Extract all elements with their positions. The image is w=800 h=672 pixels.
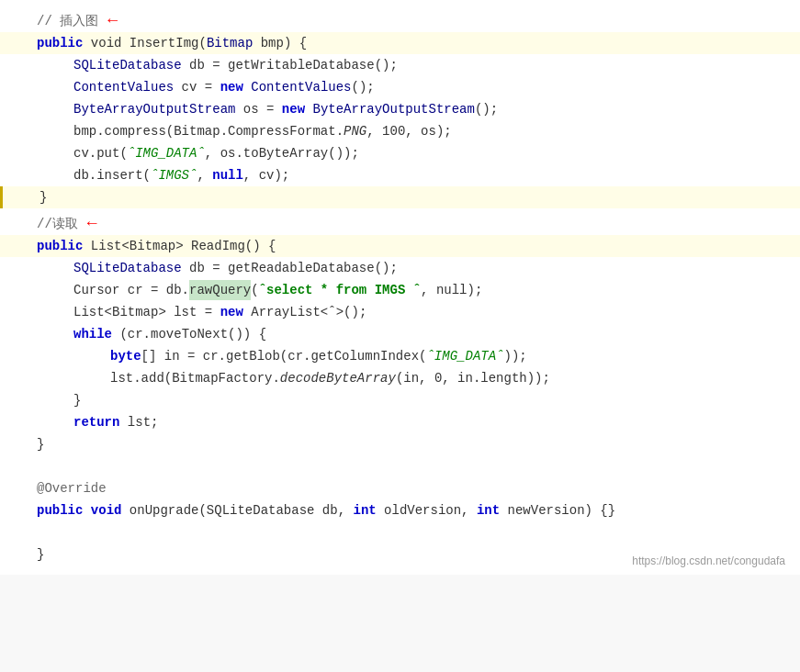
type-bitmap: Bitmap [207, 33, 253, 53]
kw-new1: new [220, 77, 243, 97]
plain40: newVersion) {} [500, 500, 615, 521]
kw-int2: int [477, 500, 500, 521]
close-brace-insert: } [0, 186, 800, 208]
plain25: ( [251, 280, 258, 300]
plain12: bmp.compress(Bitmap.CompressFormat. [73, 121, 344, 141]
plain27: List<Bitmap> lst = [73, 302, 220, 322]
plain2: ( [198, 33, 206, 53]
plain9: os = [235, 99, 281, 119]
rawquery-line: Cursor cr = db. rawQuery ( ˆselect * fro… [0, 279, 800, 301]
plain4: db = [182, 55, 228, 75]
dbinsert-line: db.insert( ˆIMGSˆ , null , cv); [0, 164, 800, 186]
baos-line: ByteArrayOutputStream os = new ByteArray… [0, 98, 800, 120]
plain41: } [37, 544, 44, 565]
method-rawquery: rawQuery [189, 280, 251, 300]
plain13: , 100, os); [366, 121, 451, 141]
method-getwritable: getWritableDatabase [228, 55, 375, 75]
type-sqlitedb2: SQLiteDatabase [73, 258, 182, 278]
kw-return: return [73, 412, 119, 432]
kw-public3: public [37, 500, 83, 521]
method-getreadable: getReadableDatabase [228, 258, 375, 278]
method-insert-sig-line: public void InsertImg ( Bitmap bmp) { [0, 32, 800, 54]
kw-byte: byte [110, 346, 141, 366]
plain37 [83, 500, 90, 521]
plain14: cv.put( [73, 143, 128, 163]
kw-public1: public [37, 33, 83, 53]
close-read-line: } [0, 433, 800, 455]
plain20: List<Bitmap> [83, 236, 191, 256]
plain1: void [83, 33, 129, 53]
plain7 [243, 77, 251, 97]
plain38: onUpgrade(SQLiteDatabase db, [121, 500, 353, 521]
kw-null1: null [212, 165, 243, 185]
comment-insert-line: // 插入图 ← [0, 9, 800, 32]
plain28: ArrayList<ˆ>(); [243, 302, 366, 322]
sqlite-readable-line: SQLiteDatabase db = getReadableDatabase … [0, 257, 800, 279]
onupgrade-line: public void onUpgrade(SQLiteDatabase db,… [0, 499, 800, 521]
return-line: return lst; [0, 411, 800, 433]
plain36: } [37, 434, 44, 454]
plain6: cv = [174, 77, 220, 97]
type-cv: ContentValues [73, 77, 174, 97]
string-imgdata: ˆIMG_DATAˆ [128, 143, 205, 163]
kw-new2: new [282, 99, 305, 119]
string-select: ˆselect * from IMGS ˆ [259, 280, 421, 300]
kw-public2: public [37, 236, 83, 256]
override-line: @Override [0, 477, 800, 499]
plain19: } [39, 187, 47, 207]
kw-new3: new [220, 302, 243, 322]
plain24: Cursor cr = db. [73, 280, 189, 300]
arrow-insert-icon: ← [107, 10, 118, 30]
lst-add-line: lst.add(BitmapFactory. decodeByteArray (… [0, 367, 800, 389]
kw-while: while [73, 324, 112, 344]
plain30: [] in = cr.getBlob(cr.getColumnIndex( [141, 346, 427, 366]
plain29: (cr.moveToNext()) { [112, 324, 266, 344]
plain22: db = [182, 258, 228, 278]
plain3: bmp) { [253, 33, 307, 53]
plain21: () { [245, 236, 276, 256]
close-while-line: } [0, 389, 800, 411]
watermark: https://blog.csdn.net/congudafa [632, 554, 785, 567]
plain17: , [197, 165, 212, 185]
comment-read-text: //读取 [37, 214, 78, 234]
method-insertimg: InsertImg [130, 33, 199, 53]
annotation-override: @Override [37, 478, 107, 498]
plain39: oldVersion, [377, 500, 477, 521]
byte-array-line: byte [] in = cr.getBlob(cr.getColumnInde… [0, 345, 800, 367]
plain18: , cv); [243, 165, 289, 185]
plain15: , os.toByteArray()); [205, 143, 359, 163]
plain32: lst.add(BitmapFactory. [110, 368, 280, 388]
empty-line1 [0, 455, 800, 477]
cvput-line: cv.put( ˆIMG_DATAˆ , os.toByteArray()); [0, 142, 800, 164]
empty-line2 [0, 521, 800, 543]
method-readimg: ReadImg [191, 236, 245, 256]
plain35: lst; [119, 412, 158, 432]
type-baos2: ByteArrayOutputStream [312, 99, 474, 119]
plain26: , null); [421, 280, 482, 300]
plain23: (); [375, 258, 398, 278]
while-line: while (cr.moveToNext()) { [0, 323, 800, 345]
plain31: )); [503, 346, 526, 366]
plain33: (in, 0, in.length)); [396, 368, 550, 388]
type-sqlitedb1: SQLiteDatabase [73, 55, 182, 75]
arrow-read-icon: ← [87, 213, 97, 233]
plain34: } [73, 390, 81, 410]
type-baos: ByteArrayOutputStream [73, 99, 235, 119]
plain11: (); [475, 99, 498, 119]
kw-int1: int [353, 500, 376, 521]
comment-insert-text: // 插入图 [37, 11, 98, 31]
plain5: (); [375, 55, 398, 75]
compress-line: bmp.compress(Bitmap.CompressFormat. PNG … [0, 120, 800, 142]
content-values-line: ContentValues cv = new ContentValues (); [0, 76, 800, 98]
plain10 [305, 99, 312, 119]
type-cv2: ContentValues [251, 77, 351, 97]
comment-read-line: //读取 ← [0, 212, 800, 235]
method-read-sig-line: public List<Bitmap> ReadImg () { [0, 235, 800, 257]
kw-void2: void [91, 500, 122, 521]
arraylist-line: List<Bitmap> lst = new ArrayList<ˆ>(); [0, 301, 800, 323]
png-italic: PNG [344, 121, 366, 141]
string-imgs: ˆIMGSˆ [151, 165, 197, 185]
plain8: (); [351, 77, 374, 97]
method-decode: decodeByteArray [280, 368, 396, 388]
sqlite-writable-line: SQLiteDatabase db = getWritableDatabase … [0, 54, 800, 76]
